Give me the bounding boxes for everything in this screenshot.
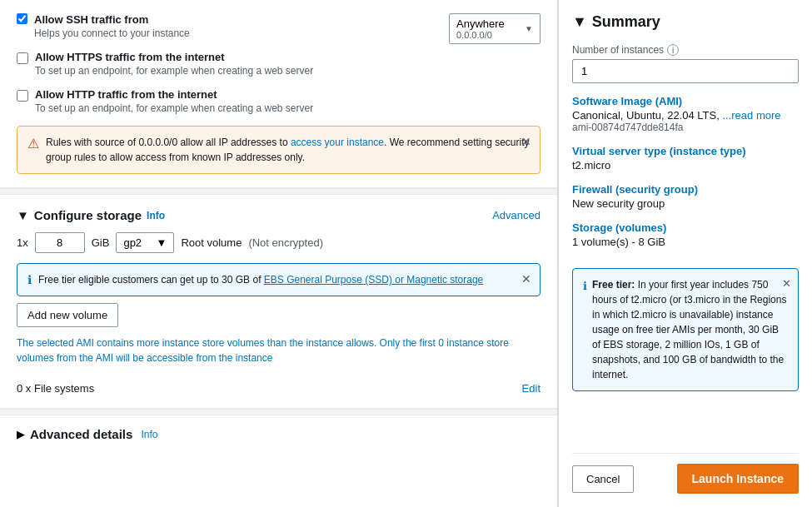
advanced-details-section: ▶ Advanced details Info [0, 415, 557, 453]
advanced-header: ▶ Advanced details Info [17, 427, 541, 441]
volume-type-value: gp2 [123, 236, 142, 249]
storage-sum-value: 1 volume(s) - 8 GiB [572, 236, 799, 248]
warning-close-icon[interactable]: ✕ [521, 135, 531, 148]
advanced-toggle-icon[interactable]: ▶ [17, 428, 25, 440]
cancel-button[interactable]: Cancel [572, 465, 634, 493]
storage-advanced-link[interactable]: Advanced [492, 209, 541, 221]
ami-field: Software Image (AMI) Canonical, Ubuntu, … [572, 95, 799, 133]
summary-title: ▼ Summary [572, 13, 799, 31]
security-warning-banner: ⚠ Rules with source of 0.0.0.0/0 allow a… [17, 126, 541, 174]
storage-section-header: ▼ Configure storage Info Advanced [17, 208, 541, 222]
ami-value: Canonical, Ubuntu, 22.04 LTS, ...read mo… [572, 109, 799, 122]
summary-title-text: Summary [592, 13, 660, 31]
free-tier-box: ℹ Free tier: In your first year includes… [572, 268, 799, 391]
info-banner-text: Free tier eligible customers can get up … [38, 272, 530, 287]
advanced-info-link[interactable]: Info [141, 429, 157, 440]
ebs-link[interactable]: EBS General Purpose (SSD) or Magnetic st… [264, 274, 483, 286]
ami-warning-link: The selected AMI contains more instance … [17, 337, 509, 364]
free-tier-bold: Free tier: [592, 279, 635, 291]
ssh-row: Allow SSH traffic from Helps you connect… [17, 13, 541, 44]
ssh-checkbox-group: Allow SSH traffic from Helps you connect… [17, 13, 436, 39]
main-content: Allow SSH traffic from Helps you connect… [0, 0, 558, 507]
add-volume-button[interactable]: Add new volume [17, 303, 118, 327]
not-encrypted-label: (Not encrypted) [248, 236, 323, 249]
ami-name: Canonical, Ubuntu, 22.04 LTS, [572, 109, 720, 122]
dropdown-arrow-icon: ▼ [525, 24, 533, 33]
ami-read-more[interactable]: ...read more [722, 109, 780, 122]
warning-link[interactable]: access your instance [291, 137, 384, 148]
instance-type-label[interactable]: Virtual server type (instance type) [572, 145, 799, 157]
summary-toggle-icon: ▼ [572, 13, 587, 31]
volume-size-input[interactable] [35, 232, 85, 253]
volume-row: 1x GiB gp2 ▼ Root volume (Not encrypted) [17, 232, 541, 253]
storage-info-banner: ℹ Free tier eligible customers can get u… [17, 263, 541, 296]
file-systems-row: 0 x File systems Edit [17, 375, 541, 395]
ssh-source-dropdown[interactable]: Anywhere 0.0.0.0/0 ▼ [449, 13, 541, 44]
instance-type-value: t2.micro [572, 159, 799, 171]
file-systems-label: 0 x File systems [17, 382, 94, 395]
instances-info-badge[interactable]: i [667, 44, 679, 56]
volume-type-arrow: ▼ [157, 236, 167, 249]
firewall-field: Firewall (security group) New security g… [572, 183, 799, 210]
https-row: Allow HTTPS traffic from the internet To… [17, 51, 541, 77]
ssh-label: Allow SSH traffic from [34, 13, 190, 26]
volume-unit: GiB [92, 236, 110, 249]
ami-id: ami-00874d747dde814fa [572, 122, 799, 133]
storage-info-link[interactable]: Info [147, 210, 165, 221]
root-volume-label: Root volume [181, 236, 242, 249]
sidebar-footer: Cancel Launch Instance [572, 453, 799, 494]
advanced-title: Advanced details [30, 427, 132, 441]
http-description: To set up an endpoint, for example when … [35, 102, 313, 114]
section-divider-1 [0, 188, 557, 195]
http-checkbox[interactable] [17, 90, 28, 102]
section-divider-2 [0, 409, 557, 415]
instances-label-text: Number of instances [572, 44, 664, 56]
http-label: Allow HTTP traffic from the internet [35, 88, 313, 101]
https-description: To set up an endpoint, for example when … [35, 65, 313, 77]
dropdown-sub: 0.0.0.0/0 [456, 30, 505, 40]
volume-multiplier: 1x [17, 236, 28, 249]
warning-icon: ⚠ [27, 136, 39, 152]
launch-instance-button[interactable]: Launch Instance [677, 464, 799, 494]
https-checkbox[interactable] [17, 52, 28, 64]
storage-section-title: ▼ Configure storage Info [17, 208, 165, 222]
security-group-section: Allow SSH traffic from Helps you connect… [0, 0, 557, 188]
file-systems-edit-link[interactable]: Edit [522, 382, 541, 395]
ssh-label-group: Allow SSH traffic from Helps you connect… [34, 13, 190, 39]
https-label-group: Allow HTTPS traffic from the internet To… [35, 51, 313, 77]
dropdown-value: Anywhere [456, 17, 505, 30]
ami-label[interactable]: Software Image (AMI) [572, 95, 799, 107]
ami-warning-text: The selected AMI contains more instance … [17, 336, 541, 365]
http-label-group: Allow HTTP traffic from the internet To … [35, 88, 313, 114]
free-tier-close-icon[interactable]: ✕ [782, 276, 791, 292]
free-tier-body: In your first year includes 750 hours of… [592, 279, 786, 380]
free-tier-text: Free tier: In your first year includes 7… [592, 277, 788, 382]
warning-text: Rules with source of 0.0.0.0/0 allow all… [46, 135, 530, 165]
ssh-checkbox[interactable] [17, 13, 27, 24]
firewall-value: New security group [572, 197, 799, 210]
storage-sum-label[interactable]: Storage (volumes) [572, 221, 799, 234]
storage-section: ▼ Configure storage Info Advanced 1x GiB… [0, 195, 557, 409]
instances-field: Number of instances i [572, 44, 799, 83]
summary-sidebar: ▼ Summary Number of instances i Software… [558, 0, 812, 507]
storage-info-close-icon[interactable]: ✕ [521, 272, 531, 286]
ssh-description: Helps you connect to your instance [34, 27, 190, 39]
storage-field: Storage (volumes) 1 volume(s) - 8 GiB [572, 221, 799, 248]
volume-type-dropdown[interactable]: gp2 ▼ [116, 232, 174, 253]
dropdown-content: Anywhere 0.0.0.0/0 [456, 17, 505, 40]
instance-type-field: Virtual server type (instance type) t2.m… [572, 145, 799, 171]
instances-label: Number of instances i [572, 44, 799, 56]
instances-input[interactable] [572, 59, 799, 83]
collapse-icon[interactable]: ▼ [17, 208, 29, 222]
https-label: Allow HTTPS traffic from the internet [35, 51, 313, 63]
storage-title-text: Configure storage [34, 208, 142, 222]
info-icon: ℹ [27, 273, 32, 286]
http-row: Allow HTTP traffic from the internet To … [17, 88, 541, 114]
free-tier-icon: ℹ [583, 278, 587, 295]
firewall-label[interactable]: Firewall (security group) [572, 183, 799, 196]
